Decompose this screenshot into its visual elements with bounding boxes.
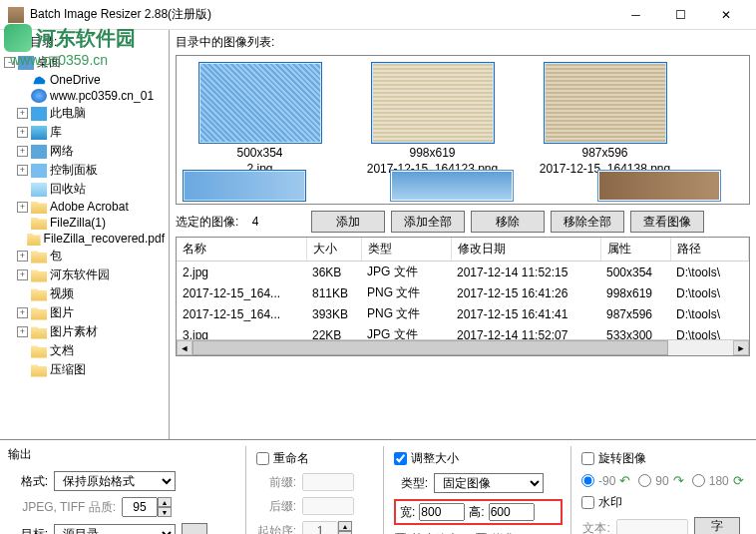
tree-expand-icon[interactable]: +	[17, 108, 28, 119]
tree-item[interactable]: +网络	[2, 142, 167, 161]
quality-input[interactable]	[122, 497, 158, 517]
spin-down-icon[interactable]: ▼	[158, 507, 172, 517]
tree-item[interactable]: +河东软件园	[2, 266, 167, 284]
remove-button[interactable]: 移除	[471, 211, 545, 233]
tree-item[interactable]: +图片	[2, 303, 167, 322]
wm-text-label: 文本:	[581, 520, 610, 535]
size-highlight: 宽: 高:	[394, 499, 563, 525]
dest-select[interactable]: 源目录	[54, 524, 176, 534]
folder-icon	[31, 325, 47, 339]
table-row[interactable]: 2.jpg36KBJPG 文件2017-12-14 11:52:15500x35…	[177, 262, 749, 283]
folder-icon	[31, 344, 47, 358]
rot-90p-radio[interactable]	[638, 474, 651, 487]
tree-item[interactable]: +图片素材	[2, 322, 167, 341]
thumbnail-item[interactable]	[544, 62, 667, 144]
font-button[interactable]: 字体	[694, 517, 740, 534]
folder-icon	[31, 200, 47, 214]
scroll-left-icon[interactable]: ◄	[177, 340, 192, 355]
height-input[interactable]	[489, 503, 535, 521]
tree-expand-icon[interactable]: +	[17, 165, 28, 176]
prefix-input[interactable]	[302, 473, 354, 491]
col-path[interactable]: 路径	[670, 238, 749, 262]
rot-90n-radio[interactable]	[581, 474, 594, 487]
table-row[interactable]: 2017-12-15_164...393KBPNG 文件2017-12-15 1…	[177, 303, 749, 324]
tree-item[interactable]: www.pc0359.cn_01	[2, 88, 167, 104]
thumbnail-item[interactable]	[371, 62, 495, 144]
tree-item[interactable]: FileZilla(1)	[2, 215, 167, 231]
tree-item[interactable]: -桌面	[2, 53, 167, 72]
wm-text-input[interactable]	[616, 519, 688, 534]
tree-item[interactable]: 文档	[2, 341, 167, 360]
thumbnail-item[interactable]	[198, 62, 322, 144]
tree-expand-icon[interactable]: +	[17, 202, 28, 213]
tree-item[interactable]: 压缩图	[2, 360, 167, 379]
col-attr[interactable]: 属性	[600, 238, 670, 262]
col-date[interactable]: 修改日期	[451, 238, 600, 262]
horizontal-scrollbar[interactable]: ◄ ►	[177, 339, 749, 355]
folder-icon	[31, 89, 47, 103]
tree-expand-icon[interactable]: -	[4, 57, 15, 68]
spin-up-icon[interactable]: ▲	[338, 521, 352, 531]
tree-expand-icon[interactable]: +	[17, 127, 28, 138]
tree-item[interactable]: +包	[2, 247, 167, 266]
rot-180-radio[interactable]	[692, 474, 705, 487]
window-title: Batch Image Resizer 2.88(注册版)	[30, 6, 613, 23]
titlebar[interactable]: Batch Image Resizer 2.88(注册版) ─ ☐ ✕	[0, 0, 756, 30]
tree-label: 河东软件园	[50, 267, 110, 283]
quality-label: JPEG, TIFF 品质:	[8, 499, 116, 516]
tree-item[interactable]: +此电脑	[2, 104, 167, 123]
maximize-button[interactable]: ☐	[658, 0, 703, 29]
folder-icon	[31, 216, 47, 230]
rename-checkbox[interactable]	[256, 452, 269, 465]
folder-tree-panel[interactable]: 选择目录: -桌面OneDrivewww.pc0359.cn_01+此电脑+库+…	[0, 30, 170, 439]
tree-label: 文档	[50, 342, 74, 359]
rotate-checkbox[interactable]	[581, 452, 594, 465]
spin-up-icon[interactable]: ▲	[158, 497, 172, 507]
close-button[interactable]: ✕	[703, 0, 748, 29]
folder-icon	[31, 250, 47, 264]
table-row[interactable]: 2017-12-15_164...811KBPNG 文件2017-12-15 1…	[177, 282, 749, 303]
browse-button[interactable]: ...	[182, 523, 207, 534]
col-name[interactable]: 名称	[177, 238, 306, 262]
tree-item[interactable]: +库	[2, 123, 167, 142]
folder-icon	[31, 73, 47, 87]
tree-expand-icon[interactable]: +	[17, 146, 28, 157]
add-all-button[interactable]: 添加全部	[391, 211, 465, 233]
tree-item[interactable]: OneDrive	[2, 72, 167, 88]
thumb-dim: 998x619	[409, 146, 455, 160]
view-image-button[interactable]: 查看图像	[630, 211, 704, 233]
tree-item[interactable]: FileZilla_recovered.pdf	[2, 231, 167, 247]
scroll-thumb[interactable]	[192, 340, 668, 355]
tree-label: FileZilla(1)	[50, 216, 106, 230]
tree-item[interactable]: 视频	[2, 284, 167, 303]
remove-all-button[interactable]: 移除全部	[551, 211, 624, 233]
col-type[interactable]: 类型	[361, 238, 451, 262]
tree-item[interactable]: +控制面板	[2, 161, 167, 180]
format-select[interactable]: 保持原始格式	[54, 471, 176, 491]
tree-item[interactable]: +Adobe Acrobat	[2, 199, 167, 215]
resize-checkbox[interactable]	[394, 452, 407, 465]
resize-label: 调整大小	[411, 450, 459, 467]
watermark-checkbox[interactable]	[581, 496, 594, 509]
file-table[interactable]: 名称 大小 类型 修改日期 属性 路径 2.jpg36KBJPG 文件2017-…	[176, 237, 750, 356]
tree-expand-icon[interactable]: +	[17, 326, 28, 337]
tree-expand-icon[interactable]: +	[17, 269, 28, 280]
thumbnail-item[interactable]	[183, 170, 306, 202]
minimize-button[interactable]: ─	[613, 0, 658, 29]
thumbnail-item[interactable]	[597, 170, 721, 202]
rotate-label: 旋转图像	[598, 450, 646, 467]
col-size[interactable]: 大小	[306, 238, 361, 262]
width-input[interactable]	[419, 503, 465, 521]
tree-expand-icon[interactable]: +	[17, 251, 28, 262]
add-button[interactable]: 添加	[311, 211, 385, 233]
rename-label: 重命名	[273, 450, 309, 467]
start-input[interactable]	[302, 521, 338, 534]
suffix-input[interactable]	[302, 497, 354, 515]
resize-type-select[interactable]: 固定图像	[434, 473, 544, 493]
thumbnail-panel[interactable]: 500x3542.jpg 998x6192017-12-15_164123.pn…	[176, 55, 750, 205]
tree-label: FileZilla_recovered.pdf	[44, 232, 165, 246]
scroll-right-icon[interactable]: ►	[733, 340, 749, 355]
thumbnail-item[interactable]	[390, 170, 514, 202]
tree-item[interactable]: 回收站	[2, 180, 167, 199]
tree-expand-icon[interactable]: +	[17, 307, 28, 318]
